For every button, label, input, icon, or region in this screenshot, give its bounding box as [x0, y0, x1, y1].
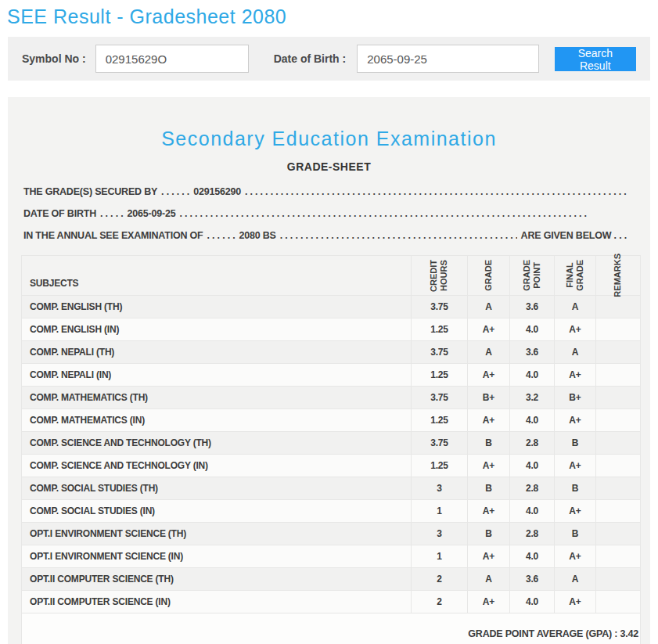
info-dots: . . . . . . . . . . . . . . . . . . . . …: [179, 208, 627, 219]
info-dots: . . . . . . . . . . . . . . . . . . . . …: [280, 230, 517, 241]
grade-cell: A+: [468, 318, 510, 341]
subject-cell: COMP. SOCIAL STUDIES (TH): [22, 477, 412, 500]
col-header-final-grade: FINAL GRADE: [555, 256, 596, 296]
info-label: DATE OF BIRTH: [23, 208, 96, 219]
final-grade-cell: A+: [555, 409, 596, 432]
grade-point-cell: 4.0: [510, 500, 555, 523]
credit-hours-cell: 2: [412, 591, 468, 613]
credit-hours-cell: 3.75: [412, 296, 468, 318]
grade-cell: B: [468, 432, 510, 455]
final-grade-cell: A+: [555, 318, 596, 341]
remarks-cell: [596, 477, 641, 500]
grade-cell: A+: [468, 500, 510, 523]
remarks-cell: [596, 500, 641, 523]
table-row: COMP. MATHEMATICS (TH) 3.75 B+ 3.2 B+: [22, 387, 641, 409]
table-row: OPT.I ENVIRONMENT SCIENCE (IN) 1 A+ 4.0 …: [22, 545, 641, 568]
credit-hours-cell: 1: [412, 545, 468, 568]
final-grade-cell: B+: [555, 387, 596, 409]
info-dots: . . . . . .: [207, 230, 236, 241]
subject-cell: OPT.II COMPUTER SCIENCE (IN): [22, 591, 412, 613]
final-grade-cell: A+: [555, 545, 596, 568]
remarks-rotated-label: REMARKS: [613, 254, 623, 297]
credit-hours-cell: 3.75: [412, 341, 468, 364]
col-header-credit-hours: CREDIT HOURS: [412, 256, 468, 296]
table-row: COMP. ENGLISH (TH) 3.75 A 3.6 A: [22, 296, 641, 318]
grade-point-cell: 4.0: [510, 318, 555, 341]
subject-cell: OPT.II COMPUTER SCIENCE (TH): [22, 568, 412, 591]
col-header-grade-point: GRADE POINT: [510, 256, 555, 296]
symbol-no-input[interactable]: [95, 45, 249, 73]
grade-point-cell: 2.8: [510, 432, 555, 455]
info-lines: THE GRADE(S) SECURED BY . . . . . . 0291…: [8, 186, 650, 252]
remarks-cell: [596, 523, 641, 545]
grade-point-cell: 3.6: [510, 341, 555, 364]
final-grade-cell: B: [555, 432, 596, 455]
search-form-bar: Symbol No : Date of Birth : Search Resul…: [8, 37, 650, 81]
subject-cell: OPT.I ENVIRONMENT SCIENCE (TH): [22, 523, 412, 545]
table-header-row: SUBJECTS CREDIT HOURS GRADE GRADE POINT …: [22, 256, 641, 296]
table-row: COMP. SOCIAL STUDIES (TH) 3 B 2.8 B: [22, 477, 641, 500]
subject-cell: OPT.I ENVIRONMENT SCIENCE (IN): [22, 545, 412, 568]
grade-point-cell: 3.6: [510, 568, 555, 591]
info-label: THE GRADE(S) SECURED BY: [23, 186, 157, 197]
final-grade-rotated-label: FINAL GRADE: [565, 260, 585, 291]
grade-cell: A+: [468, 455, 510, 477]
info-line-secured-by: THE GRADE(S) SECURED BY . . . . . . 0291…: [23, 186, 627, 208]
grade-cell: B: [468, 477, 510, 500]
remarks-cell: [596, 568, 641, 591]
table-row: COMP. SCIENCE AND TECHNOLOGY (IN) 1.25 A…: [22, 455, 641, 477]
gpa-text: GRADE POINT AVERAGE (GPA) : 3.42: [468, 628, 638, 639]
info-line-date-of-birth: DATE OF BIRTH . . . . . 2065-09-25 . . .…: [23, 208, 627, 230]
final-grade-cell: B: [555, 477, 596, 500]
remarks-cell: [596, 296, 641, 318]
subject-cell: COMP. SCIENCE AND TECHNOLOGY (IN): [22, 455, 412, 477]
grade-cell: A: [468, 568, 510, 591]
final-grade-cell: A: [555, 568, 596, 591]
final-grade-cell: B: [555, 523, 596, 545]
sheet-subheading: GRADE-SHEET: [8, 160, 650, 173]
table-row: COMP. NEPALI (TH) 3.75 A 3.6 A: [22, 341, 641, 364]
credit-hours-cell: 3.75: [412, 387, 468, 409]
symbol-no-value: 029156290: [193, 186, 241, 197]
date-of-birth-input[interactable]: [357, 45, 538, 73]
grade-point-cell: 2.8: [510, 477, 555, 500]
col-header-subjects: SUBJECTS: [22, 256, 412, 296]
credit-hours-cell: 1.25: [412, 455, 468, 477]
search-result-button[interactable]: Search Result: [555, 47, 636, 71]
grade-point-cell: 4.0: [510, 545, 555, 568]
grade-point-cell: 3.6: [510, 296, 555, 318]
grade-cell: B+: [468, 387, 510, 409]
table-row: COMP. MATHEMATICS (IN) 1.25 A+ 4.0 A+: [22, 409, 641, 432]
symbol-no-label: Symbol No :: [22, 52, 86, 65]
grade-point-rotated-label: GRADE POINT: [522, 260, 542, 291]
final-grade-cell: A+: [555, 455, 596, 477]
sheet-heading: Secondary Education Examination: [8, 128, 650, 150]
grade-rotated-label: GRADE: [484, 260, 494, 291]
credit-hours-cell: 2: [412, 568, 468, 591]
grade-cell: A: [468, 296, 510, 318]
table-row: OPT.II COMPUTER SCIENCE (IN) 2 A+ 4.0 A+: [22, 591, 641, 613]
credit-hours-cell: 3: [412, 523, 468, 545]
credit-hours-cell: 1.25: [412, 409, 468, 432]
page-title: SEE Result - Gradesheet 2080: [7, 5, 658, 28]
remarks-cell: [596, 318, 641, 341]
info-suffix: ARE GIVEN BELOW . . .: [521, 230, 627, 241]
credit-hours-cell: 1.25: [412, 364, 468, 387]
grade-cell: A+: [468, 364, 510, 387]
final-grade-cell: A: [555, 296, 596, 318]
table-row: COMP. SOCIAL STUDIES (IN) 1 A+ 4.0 A+: [22, 500, 641, 523]
grade-cell: A+: [468, 545, 510, 568]
info-dots: . . . . . .: [161, 186, 189, 197]
remarks-cell: [596, 364, 641, 387]
credit-hours-cell: 1: [412, 500, 468, 523]
dob-value: 2065-09-25: [127, 208, 175, 219]
grade-point-cell: 4.0: [510, 591, 555, 613]
subject-cell: COMP. MATHEMATICS (TH): [22, 387, 412, 409]
results-table-wrap: SUBJECTS CREDIT HOURS GRADE GRADE POINT …: [8, 252, 650, 644]
subject-cell: COMP. ENGLISH (TH): [22, 296, 412, 318]
remarks-cell: [596, 432, 641, 455]
subject-cell: COMP. NEPALI (TH): [22, 341, 412, 364]
subject-cell: COMP. NEPALI (IN): [22, 364, 412, 387]
table-row: COMP. NEPALI (IN) 1.25 A+ 4.0 A+: [22, 364, 641, 387]
subject-cell: COMP. SCIENCE AND TECHNOLOGY (TH): [22, 432, 412, 455]
